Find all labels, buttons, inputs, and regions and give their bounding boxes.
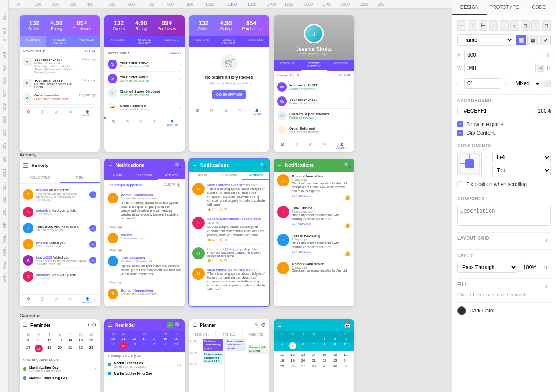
- component-description[interactable]: [457, 205, 551, 226]
- align-center-v-btn[interactable]: ↕: [510, 20, 519, 31]
- view-list-btn[interactable]: ▦: [527, 35, 538, 45]
- v-constraint-select[interactable]: Top: [492, 165, 551, 176]
- v-constraint-row: ↕ Top: [485, 165, 551, 176]
- divider-5: [457, 249, 551, 250]
- tidy-btn[interactable]: ⊟: [542, 20, 551, 31]
- w-input[interactable]: [464, 63, 536, 73]
- x-label: X: [457, 53, 463, 58]
- constraints-svg: [459, 153, 480, 175]
- panel-content: ⊣ ⊤ ⊢ ⊥ ↔ ↕ ⊡ ☰ ⊟ Frame ⬜ ▦ ⤢: [452, 15, 556, 320]
- right-panel: DESIGN PROTOTYPE CODE ⊣ ⊤ ⊢ ⊥ ↔ ↕ ⊡ ☰ ⊟ …: [452, 0, 556, 392]
- divider-2: [457, 140, 551, 140]
- march-calendar-frame: ☰ 📅 SMTWTFS 123 4 5 678910: [274, 319, 354, 392]
- x-input-row: X: [457, 50, 544, 60]
- frames-row-top: 132Orders 4.98Rating 894Purchases ACCOUN…: [20, 15, 354, 152]
- corner-radius-label: L: [457, 81, 463, 86]
- constraints-title: CONSTRAINTS: [457, 143, 551, 148]
- frames-row-bottom: ☰ Activity FOLLOWING YOU T tinecka on In…: [20, 159, 354, 306]
- fill-hint: Click + to replace mixed content.: [457, 292, 551, 297]
- tab-code[interactable]: CODE: [521, 0, 556, 15]
- y-input[interactable]: [554, 50, 556, 60]
- background-section: BACKGROUND 👁: [457, 98, 551, 116]
- align-right-btn[interactable]: ⊢: [479, 20, 487, 31]
- align-center-h-btn[interactable]: ↔: [500, 20, 508, 31]
- svg-rect-1: [465, 159, 474, 168]
- mixed-select[interactable]: Mixed: [511, 78, 541, 89]
- frame-type-row: Frame ⬜ ▦ ⤢: [457, 34, 551, 46]
- h-constraint-row: ↔ Left: [485, 152, 551, 163]
- frame-1: 132Orders 4.98Rating 894Purchases ACCOUN…: [20, 15, 100, 152]
- dark-color-label: Dark Color: [470, 308, 494, 314]
- calendar-frames-row: ☰ Reminder + ⚙ 10MTWT1516 10111213141516…: [20, 319, 354, 392]
- distribute-v-btn[interactable]: ☰: [531, 20, 540, 31]
- corner-radius-input[interactable]: [464, 78, 501, 89]
- frame-type-select[interactable]: Frame: [457, 34, 513, 46]
- background-color-swatch[interactable]: [457, 106, 458, 115]
- align-left-btn[interactable]: ⊣: [457, 20, 466, 31]
- dark-color-swatch[interactable]: [457, 306, 466, 315]
- frame-4: J Jessica Shultz Professional Buyer ACCO…: [274, 15, 354, 152]
- fix-scroll-checkbox[interactable]: [457, 181, 463, 187]
- divider-6: [457, 278, 551, 279]
- tab-design[interactable]: DESIGN: [452, 0, 487, 15]
- lock-width-btn[interactable]: 🔗: [537, 65, 544, 72]
- divider-7: [457, 302, 551, 303]
- x-input[interactable]: [464, 50, 544, 60]
- constraints-selects: ↔ Left ↕ Top: [485, 152, 551, 176]
- notifications-frame-2-selected: ← Notifications 🔍 HOME DISCOVER ACTIVITY…: [189, 159, 269, 306]
- panel-tabs: DESIGN PROTOTYPE CODE: [452, 0, 556, 15]
- layout-grid-section: LAYOUT GRID +: [457, 236, 551, 244]
- h-input[interactable]: [554, 63, 556, 73]
- fill-title: FILL: [457, 282, 467, 287]
- panel-scroll: ⊣ ⊤ ⊢ ⊥ ↔ ↕ ⊡ ☰ ⊟ Frame ⬜ ▦ ⤢: [452, 15, 556, 392]
- clip-content-row: ✓ Clip Content: [457, 130, 551, 136]
- view-mode-buttons: ⬜ ▦: [516, 35, 538, 45]
- divider-1: [457, 94, 551, 95]
- align-top-btn[interactable]: ⊤: [468, 20, 477, 31]
- expand-btn[interactable]: ⤢: [540, 35, 551, 45]
- fix-scroll-row: Fix position when scrolling: [457, 181, 551, 187]
- add-layout-grid-btn[interactable]: +: [543, 236, 551, 244]
- layer-section: LAYER Pass Through 👁: [457, 253, 551, 273]
- w-label: W: [457, 66, 463, 71]
- lock-corner-btn[interactable]: ⤢: [544, 80, 551, 87]
- corner-type-btn[interactable]: [504, 81, 509, 86]
- layer-blend-select[interactable]: Pass Through: [457, 262, 517, 273]
- layout-grid-header: LAYOUT GRID +: [457, 236, 551, 244]
- frame-2: 132Orders 4.98Rating 894Purchases ACCOUN…: [104, 15, 185, 152]
- background-hex-input[interactable]: [461, 106, 532, 116]
- divider-4: [457, 232, 551, 233]
- align-bottom-btn[interactable]: ⊥: [489, 20, 498, 31]
- clip-content-label: Clip Content: [466, 130, 495, 136]
- component-section: COMPONENT: [457, 196, 551, 227]
- corner-radius-input-row: L: [457, 78, 501, 89]
- fix-scroll-label: Fix position when scrolling: [466, 181, 527, 187]
- ruler-vertical: -200 -100 0 100 200 300 400 500 600 700 …: [0, 0, 9, 392]
- planner-frame: ☰ Planner ✎ ⚙ MON 1/11 TUE 1/12 WED 1/13…: [189, 319, 269, 392]
- activity-section-label: Activity: [20, 152, 37, 157]
- distribute-h-btn[interactable]: ⊡: [521, 20, 530, 31]
- notifications-frame-3: ← Notifications 🔍 R Roman Kamushken 2 da…: [274, 159, 354, 306]
- view-desktop-btn[interactable]: ⬜: [516, 35, 526, 45]
- component-title: COMPONENT: [457, 196, 551, 201]
- layer-title: LAYER: [457, 253, 551, 258]
- tab-prototype[interactable]: PROTOTYPE: [487, 0, 522, 15]
- layer-visibility-btn[interactable]: 👁: [542, 263, 551, 272]
- show-exports-checkbox[interactable]: ✓: [457, 121, 463, 127]
- corner-radius-row: L Mixed ⤢: [457, 78, 551, 89]
- layer-opacity-input[interactable]: [520, 262, 539, 272]
- show-exports-label: Show in exports: [466, 121, 503, 127]
- background-opacity-input[interactable]: [535, 106, 554, 116]
- add-fill-btn[interactable]: +: [543, 282, 551, 290]
- constraints-grid: ↔ Left ↕ Top: [457, 152, 551, 176]
- fill-section: FILL + Click + to replace mixed content.: [457, 282, 551, 297]
- clip-content-checkbox[interactable]: ✓: [457, 130, 463, 136]
- layout-grid-title: LAYOUT GRID: [457, 236, 489, 241]
- h-constraint-select[interactable]: Left: [492, 152, 551, 163]
- fill-header: FILL +: [457, 282, 551, 290]
- layer-blend-row: Pass Through 👁: [457, 262, 551, 273]
- constraints-section: CONSTRAINTS: [457, 143, 551, 176]
- reminder-frame-2: ☰ Reminder ✓ 🔍 10MTWT1516 10111213141516…: [104, 319, 185, 392]
- y-label: Y: [547, 53, 552, 58]
- reminder-frame-1: ☰ Reminder + ⚙ 10MTWT1516 10111213141516…: [20, 319, 100, 392]
